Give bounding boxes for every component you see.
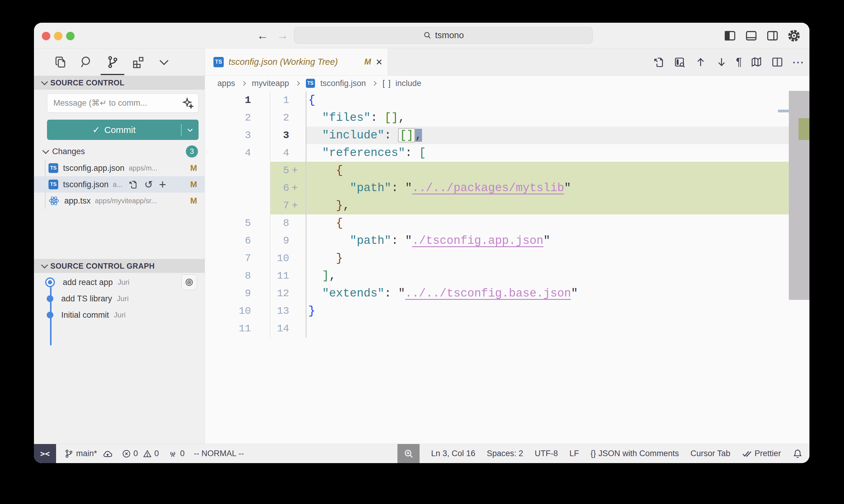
cloud-upload-icon (102, 449, 113, 459)
language-mode-indicator[interactable]: {} JSON with Comments (590, 449, 679, 458)
toggle-panel-icon[interactable] (744, 29, 758, 42)
breadcrumb-item-myviteapp[interactable]: myviteapp (252, 79, 289, 88)
map-icon[interactable] (750, 56, 763, 69)
graph-title: SOURCE CONTROL GRAPH (50, 262, 155, 270)
file-row-tsconfig-json[interactable]: TS tsconfig.json a... ↺ + M (34, 176, 205, 193)
breadcrumb-item-include[interactable]: include (395, 79, 421, 88)
explorer-icon[interactable] (54, 49, 68, 76)
code-line[interactable]: 22 "files": [], (205, 109, 809, 127)
encoding-indicator[interactable]: UTF-8 (535, 449, 558, 458)
indentation-indicator[interactable]: Spaces: 2 (487, 449, 523, 458)
code-line[interactable]: 710 } (205, 250, 809, 267)
vim-mode-indicator[interactable]: -- NORMAL -- (194, 449, 244, 458)
back-icon[interactable]: ← (257, 29, 268, 42)
added-line-marker (289, 109, 306, 127)
remote-indicator[interactable]: >< (34, 444, 56, 463)
next-change-icon[interactable] (715, 56, 728, 69)
code-token: " (564, 181, 571, 195)
code-line[interactable]: 58 { (205, 214, 809, 232)
search-sidebar-icon[interactable] (80, 49, 94, 76)
code-line[interactable]: 11{ (205, 91, 809, 109)
search-value: tsmono (435, 30, 464, 40)
commit-message-input[interactable] (47, 93, 199, 113)
command-center-search[interactable]: tsmono (294, 27, 593, 43)
commit-row-add-ts-library[interactable]: add TS library Juri (34, 290, 205, 307)
code-text (306, 320, 809, 337)
code-line[interactable]: 69 "path": "./tsconfig.app.json" (205, 232, 809, 250)
eol-indicator[interactable]: LF (569, 449, 579, 458)
stage-changes-icon[interactable]: + (159, 178, 166, 191)
source-control-icon[interactable] (105, 49, 119, 76)
commit-author: Juri (114, 311, 126, 319)
check-icon: ✓ (92, 125, 100, 135)
maximize-window-button[interactable] (66, 32, 74, 40)
code-line[interactable]: 33 "include": [], (205, 127, 809, 144)
inline-view-icon[interactable] (673, 56, 686, 69)
breadcrumb-item-tsconfig-json[interactable]: tsconfig.json (321, 79, 366, 88)
old-line-number: 4 (205, 144, 271, 162)
new-line-number: 13 (271, 302, 289, 320)
code-line[interactable]: 44 "references": [ (205, 144, 809, 162)
code-line[interactable]: 912 "extends": "../../tsconfig.base.json… (205, 285, 809, 302)
previous-change-icon[interactable] (694, 56, 707, 69)
forward-icon[interactable]: → (277, 29, 288, 42)
old-line-number: 7 (205, 250, 271, 267)
problems-indicator[interactable]: 0 0 (122, 449, 159, 458)
extensions-icon[interactable] (131, 49, 145, 76)
tab-tsconfig-json-working-tree[interactable]: TS tsconfig.json (Working Tree) M × (205, 49, 388, 75)
ports-indicator[interactable]: 0 (168, 449, 185, 458)
added-line-marker (289, 91, 306, 109)
code-line[interactable]: 5+ { (205, 162, 809, 179)
commit-row-initial-commit[interactable]: Initial commit Juri (34, 307, 205, 323)
tab-mode-indicator[interactable]: Cursor Tab (690, 449, 730, 458)
split-editor-icon[interactable] (771, 56, 784, 69)
file-row-app-tsx[interactable]: app.tsx apps/myviteapp/sr... M (34, 193, 205, 209)
file-row-tsconfig-app-json[interactable]: TS tsconfig.app.json apps/m... M (34, 160, 205, 176)
code-token (308, 234, 350, 247)
discard-changes-icon[interactable]: ↺ (144, 179, 153, 190)
minimize-window-button[interactable] (54, 32, 63, 40)
open-file-action-icon[interactable] (128, 179, 138, 190)
close-tab-icon[interactable]: × (376, 57, 382, 68)
source-control-header[interactable]: SOURCE CONTROL (34, 76, 205, 90)
branch-indicator[interactable]: main* (64, 449, 113, 459)
commit-dropdown-button[interactable] (182, 125, 199, 134)
settings-gear-icon[interactable] (787, 29, 801, 43)
added-line-marker: + (289, 162, 306, 179)
code-line[interactable]: 1114 (205, 320, 809, 337)
commit-button[interactable]: ✓ Commit (47, 120, 199, 140)
code-token: [] (398, 128, 415, 142)
code-line[interactable]: 6+ "path": "../../packages/mytslib" (205, 179, 809, 197)
status-bar: >< main* 0 0 0 -- NORMAL -- (34, 444, 809, 463)
sparkle-ai-icon[interactable] (181, 97, 194, 111)
commit-dot-icon (47, 312, 53, 318)
breadcrumb: apps myviteapp TS tsconfig.json [ ] incl… (205, 76, 809, 91)
code-line[interactable]: 7+ }, (205, 197, 809, 214)
code-line[interactable]: 811 ], (205, 267, 809, 285)
typescript-file-icon: TS (49, 163, 58, 173)
old-line-number: 5 (205, 214, 271, 232)
old-line-number: 3 (205, 127, 271, 144)
more-views-chevron-icon[interactable] (157, 49, 171, 76)
checkout-target-button[interactable] (181, 274, 197, 290)
cursor-position-indicator[interactable]: Ln 3, Col 16 (431, 449, 475, 458)
changes-section-header[interactable]: Changes 3 (34, 144, 205, 158)
old-line-number: 10 (205, 302, 271, 320)
code-text: "references": [ (306, 144, 809, 162)
formatter-indicator[interactable]: Prettier (742, 449, 781, 459)
old-line-number: 11 (205, 320, 271, 337)
toggle-secondary-sidebar-icon[interactable] (766, 29, 779, 42)
bell-icon[interactable] (792, 449, 803, 459)
close-window-button[interactable] (42, 32, 50, 40)
zoom-indicator[interactable] (397, 444, 419, 463)
code-line[interactable]: 1013} (205, 302, 809, 320)
source-control-graph-header[interactable]: SOURCE CONTROL GRAPH (34, 259, 205, 273)
whitespace-toggle-icon[interactable]: ¶ (736, 56, 742, 69)
commit-row-add-react-app[interactable]: add react app Juri (34, 274, 205, 290)
editor-scrollbar[interactable] (789, 91, 809, 300)
toggle-primary-sidebar-icon[interactable] (723, 29, 737, 42)
breadcrumb-item-apps[interactable]: apps (217, 79, 235, 88)
open-file-icon[interactable] (652, 56, 665, 69)
diff-editor[interactable]: 11{22 "files": [],33 "include": [],44 "r… (205, 91, 809, 444)
more-actions-icon[interactable]: ⋯ (792, 55, 805, 69)
